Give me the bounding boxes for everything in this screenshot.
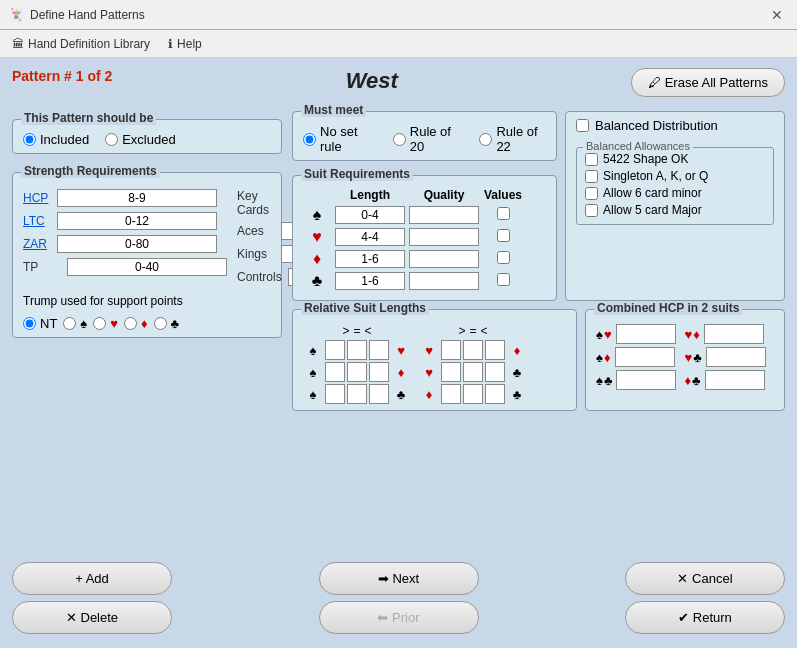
rel-s1r3-c1[interactable] [325, 384, 345, 404]
trump-nt-radio[interactable] [23, 317, 36, 330]
ltc-link[interactable]: LTC [23, 214, 51, 228]
top-center-right: Must meet No set rule Rule of 20 [292, 111, 785, 301]
rule20-radio[interactable] [393, 133, 406, 146]
allow-6minor-label: Allow 6 card minor [603, 186, 702, 200]
title-bar: 🃏 Define Hand Patterns ✕ [0, 0, 797, 30]
trump-heart[interactable]: ♥ [93, 316, 118, 331]
prior-button[interactable]: ⬅ Prior [319, 601, 479, 634]
included-radio[interactable] [23, 133, 36, 146]
trump-heart-icon: ♥ [110, 316, 118, 331]
return-button[interactable]: ✔ Return [625, 601, 785, 634]
rel-s1r1-c3[interactable] [369, 340, 389, 360]
rel-s1r2-c1[interactable] [325, 362, 345, 382]
allow-5422-checkbox[interactable] [585, 153, 598, 166]
hcp-input[interactable] [57, 189, 217, 207]
trump-diamond-radio[interactable] [124, 317, 137, 330]
rel-s2r3-c1[interactable] [441, 384, 461, 404]
spade-length-input[interactable] [335, 206, 405, 224]
heart-values-checkbox[interactable] [497, 229, 510, 242]
club-length-input[interactable] [335, 272, 405, 290]
suit-table: Length Quality Values ♠ [303, 188, 546, 290]
spade-values-checkbox[interactable] [497, 207, 510, 220]
zar-link[interactable]: ZAR [23, 237, 51, 251]
spade-quality-input[interactable] [409, 206, 479, 224]
club-values-checkbox[interactable] [497, 273, 510, 286]
diamond-values-checkbox[interactable] [497, 251, 510, 264]
excluded-radio[interactable] [105, 133, 118, 146]
erase-all-button[interactable]: 🖊 Erase All Patterns [631, 68, 785, 97]
close-button[interactable]: ✕ [765, 5, 789, 25]
trump-diamond[interactable]: ♦ [124, 316, 148, 331]
club-quality-input[interactable] [409, 272, 479, 290]
heart-quality-input[interactable] [409, 228, 479, 246]
no-set-rule-option[interactable]: No set rule [303, 124, 373, 154]
next-button[interactable]: ➡ Next [319, 562, 479, 595]
rel-s1r3-c3[interactable] [369, 384, 389, 404]
zar-input[interactable] [57, 235, 217, 253]
rel-s1r1-c2[interactable] [347, 340, 367, 360]
trump-heart-radio[interactable] [93, 317, 106, 330]
cancel-button[interactable]: ✕ Cancel [625, 562, 785, 595]
rel-h-lt1: < [365, 324, 372, 338]
comb-hd-input[interactable] [704, 324, 764, 344]
rel-s2r2-c2[interactable] [463, 362, 483, 382]
rel-s1r2-c2[interactable] [347, 362, 367, 382]
combined-table: ♠ ♥ ♠ ♦ [596, 324, 774, 390]
rule20-option[interactable]: Rule of 20 [393, 124, 460, 154]
rel-s2r3-c3[interactable] [485, 384, 505, 404]
rel-s2r3-c2[interactable] [463, 384, 483, 404]
trump-label: Trump used for support points [23, 294, 183, 308]
trump-spade-radio[interactable] [63, 317, 76, 330]
comb-sd-input[interactable] [615, 347, 675, 367]
menu-item-library[interactable]: 🏛 Hand Definition Library [4, 34, 158, 54]
rel-s2r1-c3[interactable] [485, 340, 505, 360]
diamond-values-check [483, 251, 523, 267]
no-set-rule-radio[interactable] [303, 133, 316, 146]
balanced-checkbox[interactable] [576, 119, 589, 132]
rel-s2r1-c2[interactable] [463, 340, 483, 360]
rel-s2r2-c1[interactable] [441, 362, 461, 382]
allow-5major-checkbox[interactable] [585, 204, 598, 217]
diamond-length-input[interactable] [335, 250, 405, 268]
rel-s1r3-c2[interactable] [347, 384, 367, 404]
hcp-link[interactable]: HCP [23, 191, 51, 205]
must-meet-radio-group: No set rule Rule of 20 Rule of 22 [303, 124, 546, 154]
allow-6minor-checkbox[interactable] [585, 187, 598, 200]
allow-singleton-checkbox[interactable] [585, 170, 598, 183]
trump-nt[interactable]: NT [23, 316, 57, 331]
suit-header-quality: Quality [409, 188, 479, 202]
window: 🃏 Define Hand Patterns ✕ 🏛 Hand Definiti… [0, 0, 797, 648]
heart-length-input[interactable] [335, 228, 405, 246]
menu-item-help[interactable]: ℹ Help [160, 34, 210, 54]
diamond-symbol: ♦ [303, 250, 331, 268]
rel-s2r2-suit1: ♥ [419, 362, 439, 382]
rule22-option[interactable]: Rule of 22 [479, 124, 546, 154]
comb-row-sd: ♠ ♦ [596, 347, 676, 367]
allow-5422-label: 5422 Shape OK [603, 152, 688, 166]
rel-s2r2-c3[interactable] [485, 362, 505, 382]
comb-sh-input[interactable] [616, 324, 676, 344]
trump-club-radio[interactable] [154, 317, 167, 330]
rule22-radio[interactable] [479, 133, 492, 146]
rel-s1r3-suit1: ♠ [303, 384, 323, 404]
hcp-row: HCP [23, 189, 227, 207]
rel-s2r1-c1[interactable] [441, 340, 461, 360]
spade-symbol: ♠ [303, 206, 331, 224]
comb-sc-suits: ♠ ♣ [596, 373, 612, 388]
tp-input[interactable] [67, 258, 227, 276]
rel-s1r1-c1[interactable] [325, 340, 345, 360]
no-set-rule-label: No set rule [320, 124, 373, 154]
trump-club[interactable]: ♣ [154, 316, 180, 331]
excluded-option[interactable]: Excluded [105, 132, 175, 147]
ltc-input[interactable] [57, 212, 217, 230]
trump-spade[interactable]: ♠ [63, 316, 87, 331]
delete-button[interactable]: ✕ Delete [12, 601, 172, 634]
comb-sc-input[interactable] [616, 370, 676, 390]
included-option[interactable]: Included [23, 132, 89, 147]
comb-hc-input[interactable] [706, 347, 766, 367]
diamond-quality-input[interactable] [409, 250, 479, 268]
rel-s1r2-c3[interactable] [369, 362, 389, 382]
comb-dc-input[interactable] [705, 370, 765, 390]
tp-label: TP [23, 260, 61, 274]
add-button[interactable]: + Add [12, 562, 172, 595]
